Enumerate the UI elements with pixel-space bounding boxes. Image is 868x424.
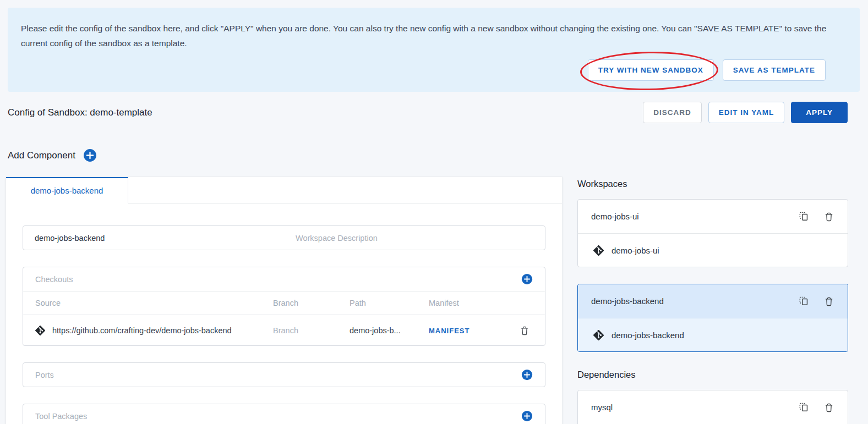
dependency-card-mysql: mysql [577,390,848,424]
workspace-card-header[interactable]: demo-jobs-ui [578,200,848,233]
delete-workspace-button[interactable] [823,211,834,222]
header-actions: DISCARD EDIT IN YAML APPLY [643,102,848,123]
banner-message: Please edit the config of the sandbox he… [21,21,844,51]
checkout-path-value[interactable]: demo-jobs-b... [350,326,429,335]
plus-circle-icon [83,148,97,162]
plus-circle-icon [521,369,533,381]
workspace-card-header[interactable]: demo-jobs-backend [578,284,848,318]
copy-icon [799,296,809,306]
checkouts-section: Checkouts Source Branch Path Manifest [23,267,545,346]
column-source: Source [35,299,273,307]
plus-circle-icon [521,410,533,422]
add-component-label: Add Component [8,150,75,161]
dependencies-title: Dependencies [577,370,848,380]
delete-checkout-button[interactable] [519,325,530,336]
discard-button[interactable]: DISCARD [643,102,702,123]
workspace-repo-row[interactable]: demo-jobs-ui [578,233,848,267]
git-icon [593,245,604,256]
workspace-editor-card: demo-jobs-backend Checkouts [6,177,563,424]
checkout-row: https://github.com/crafting-dev/demo-job… [23,315,545,345]
add-component-row: Add Component [8,148,868,162]
save-as-template-button[interactable]: SAVE AS TEMPLATE [723,59,826,81]
plus-circle-icon [521,273,533,285]
workspace-card-demo-jobs-backend: demo-jobs-backend [577,284,848,352]
workspace-repo-row[interactable]: demo-jobs-backend [578,318,848,351]
delete-dependency-button[interactable] [823,402,834,413]
duplicate-workspace-button[interactable] [799,211,809,222]
dependency-name: mysql [591,403,613,412]
workspace-description-input[interactable] [284,226,545,250]
manifest-link[interactable]: MANIFEST [429,327,470,335]
git-icon [35,326,45,335]
checkouts-table-header: Source Branch Path Manifest [23,291,545,315]
workspace-editor-body: Checkouts Source Branch Path Manifest [6,203,562,424]
duplicate-workspace-button[interactable] [799,296,809,306]
checkout-branch-input[interactable] [273,326,339,335]
workspace-name-row [23,225,545,250]
workspace-name-input[interactable] [23,226,284,250]
add-tool-package-button[interactable] [521,410,533,422]
workspace-name: demo-jobs-ui [591,212,639,221]
config-header: Config of Sandbox: demo-template DISCARD… [8,102,848,123]
add-component-button[interactable] [83,148,97,162]
duplicate-dependency-button[interactable] [799,402,809,412]
column-path: Path [350,299,429,307]
dependency-card-header[interactable]: mysql [578,390,848,424]
tool-packages-label: Tool Packages [35,412,87,421]
sidebar: Workspaces demo-jobs-ui [577,177,848,424]
ports-label: Ports [35,371,54,379]
workspace-repo-name: demo-jobs-ui [612,246,659,255]
workspace-repo-name: demo-jobs-backend [612,331,684,340]
add-port-button[interactable] [521,369,533,381]
workspace-tabs: demo-jobs-backend [6,177,562,203]
banner-actions: TRY WITH NEW SANDBOX SAVE AS TEMPLATE [21,59,845,81]
checkouts-label: Checkouts [35,275,73,284]
page-title: Config of Sandbox: demo-template [8,107,152,118]
ports-section: Ports [23,362,545,387]
trash-icon [823,211,834,222]
trash-icon [519,325,530,336]
tab-demo-jobs-backend[interactable]: demo-jobs-backend [6,177,128,203]
add-checkout-button[interactable] [521,273,533,285]
info-banner: Please edit the config of the sandbox he… [8,8,860,92]
trash-icon [823,402,834,413]
try-with-new-sandbox-button[interactable]: TRY WITH NEW SANDBOX [588,59,714,81]
copy-icon [799,211,809,222]
apply-button[interactable]: APPLY [791,102,848,123]
copy-icon [799,402,809,412]
git-icon [593,330,604,340]
trash-icon [823,296,834,307]
checkout-source-value[interactable]: https://github.com/crafting-dev/demo-job… [52,326,232,335]
main-content: demo-jobs-backend Checkouts [0,177,868,424]
workspace-name: demo-jobs-backend [591,296,664,306]
delete-workspace-button[interactable] [823,296,834,307]
checkouts-header: Checkouts [23,267,545,291]
edit-in-yaml-button[interactable]: EDIT IN YAML [708,102,785,123]
workspace-card-demo-jobs-ui: demo-jobs-ui [577,199,848,267]
tool-packages-section: Tool Packages [23,404,545,424]
column-manifest: Manifest [429,299,516,307]
workspaces-title: Workspaces [577,179,848,189]
column-branch: Branch [273,299,350,307]
